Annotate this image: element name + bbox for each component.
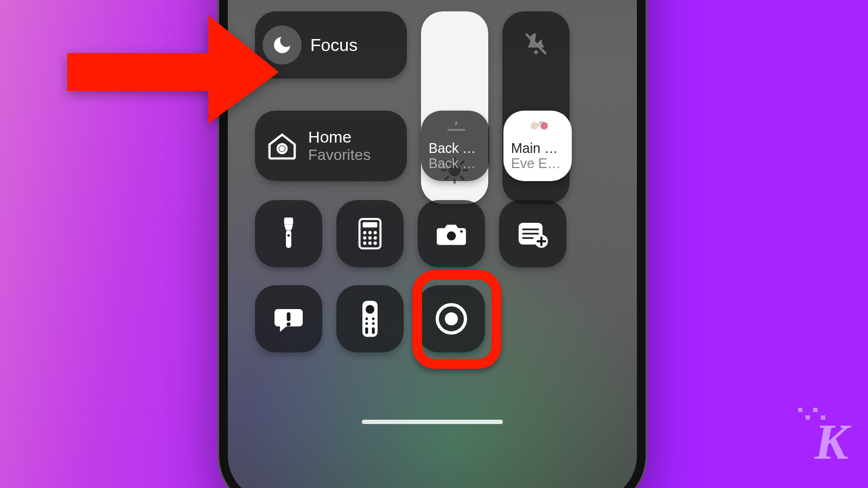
focus-label: Focus bbox=[310, 35, 358, 55]
home-subtitle: Favorites bbox=[308, 146, 371, 164]
announce-messages-button[interactable] bbox=[255, 285, 322, 352]
svg-point-46 bbox=[372, 318, 375, 320]
svg-point-48 bbox=[372, 322, 375, 325]
svg-rect-16 bbox=[284, 217, 293, 224]
svg-point-21 bbox=[363, 231, 366, 234]
svg-rect-20 bbox=[362, 222, 377, 228]
home-icon bbox=[263, 126, 302, 165]
home-labels: Home Favorites bbox=[308, 128, 371, 164]
device-b-thumb bbox=[529, 118, 548, 134]
flashlight-icon bbox=[277, 216, 300, 252]
svg-point-41 bbox=[286, 322, 290, 326]
calculator-button[interactable] bbox=[336, 200, 404, 267]
device-a-thumb bbox=[446, 118, 466, 134]
focus-toggle[interactable]: Focus bbox=[255, 11, 407, 79]
svg-point-24 bbox=[363, 236, 366, 240]
svg-point-45 bbox=[365, 318, 368, 320]
watermark-dots bbox=[798, 408, 833, 420]
flashlight-button[interactable] bbox=[255, 200, 322, 267]
svg-point-9 bbox=[534, 50, 538, 54]
quick-note-button[interactable] bbox=[499, 200, 566, 267]
tv-remote-icon bbox=[361, 300, 379, 338]
device-b-line2: Eve En… bbox=[511, 156, 566, 171]
device-a-line2: Back T… bbox=[429, 156, 484, 171]
svg-point-22 bbox=[368, 231, 372, 234]
svg-point-23 bbox=[374, 231, 377, 234]
svg-point-14 bbox=[531, 122, 538, 130]
bell-slash-icon bbox=[502, 30, 570, 58]
watermark-letter: K bbox=[814, 413, 846, 470]
phone-frame: Focus bbox=[219, 0, 646, 488]
control-center: Focus bbox=[228, 0, 637, 488]
screen-record-button[interactable] bbox=[418, 285, 485, 352]
svg-point-27 bbox=[363, 241, 366, 245]
home-device-b[interactable]: Main B… Eve En… bbox=[503, 111, 572, 181]
device-a-line1: Back Y… bbox=[429, 141, 484, 156]
camera-icon bbox=[435, 220, 468, 247]
home-device-a[interactable]: Back Y… Back T… bbox=[421, 111, 489, 181]
home-title: Home bbox=[308, 128, 371, 146]
svg-point-29 bbox=[374, 241, 377, 245]
svg-point-28 bbox=[368, 241, 372, 245]
watermark: K bbox=[814, 412, 846, 471]
camera-button[interactable] bbox=[418, 200, 485, 267]
svg-rect-17 bbox=[286, 230, 291, 248]
moon-icon bbox=[263, 25, 302, 65]
announce-icon bbox=[273, 305, 304, 332]
home-favorites-button[interactable]: Home Favorites bbox=[255, 111, 407, 181]
device-b-line1: Main B… bbox=[511, 141, 566, 156]
svg-point-25 bbox=[368, 236, 372, 240]
svg-rect-13 bbox=[448, 129, 465, 131]
svg-rect-40 bbox=[287, 312, 291, 321]
svg-point-32 bbox=[460, 230, 463, 233]
svg-point-47 bbox=[365, 322, 368, 325]
svg-rect-49 bbox=[365, 328, 368, 334]
svg-point-18 bbox=[288, 234, 290, 237]
apple-tv-remote-button[interactable] bbox=[336, 285, 404, 352]
calculator-icon bbox=[357, 218, 383, 249]
svg-point-26 bbox=[374, 236, 377, 240]
screen-record-icon bbox=[434, 301, 469, 336]
svg-point-12 bbox=[280, 147, 284, 150]
home-indicator[interactable] bbox=[362, 420, 503, 424]
quick-note-icon bbox=[516, 220, 549, 248]
svg-rect-50 bbox=[372, 328, 375, 334]
svg-point-52 bbox=[445, 312, 458, 325]
